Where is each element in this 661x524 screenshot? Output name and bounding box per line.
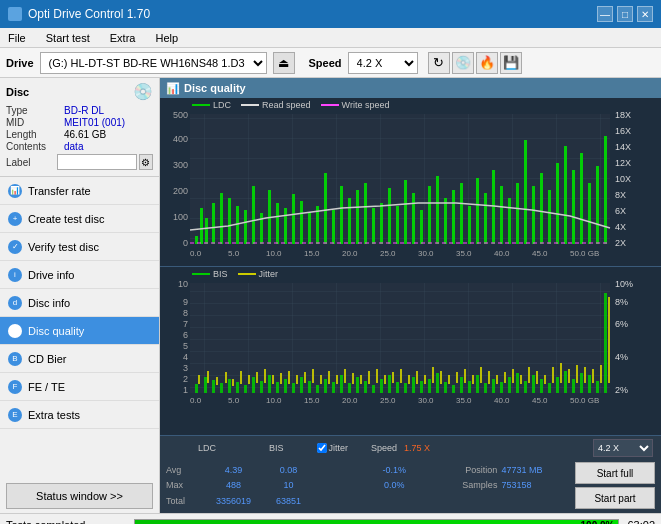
menu-help[interactable]: Help [151, 31, 182, 45]
burn-icon[interactable]: 🔥 [476, 52, 498, 74]
progress-bar [135, 520, 618, 525]
speed-mode-select[interactable]: 4.2 X [593, 439, 653, 457]
sidebar-item-disc-info[interactable]: d Disc info [0, 289, 159, 317]
svg-rect-61 [452, 190, 455, 244]
svg-text:400: 400 [173, 134, 188, 144]
sidebar-item-fe-te[interactable]: F FE / TE [0, 373, 159, 401]
svg-text:2X: 2X [615, 238, 626, 248]
sidebar-item-cd-bier[interactable]: B CD Bier [0, 345, 159, 373]
disc-mid-label: MID [6, 117, 64, 128]
svg-text:200: 200 [173, 186, 188, 196]
disc-label-input[interactable] [57, 154, 137, 170]
right-panel: 📊 Disc quality LDC Read speed [160, 78, 661, 513]
chart-icon: 📊 [166, 82, 180, 95]
svg-rect-142 [452, 385, 455, 393]
svg-rect-116 [244, 385, 247, 393]
sidebar-item-create-test-disc[interactable]: + Create test disc [0, 205, 159, 233]
svg-rect-126 [324, 379, 327, 393]
svg-rect-141 [444, 382, 447, 393]
svg-rect-213 [608, 297, 610, 383]
sidebar-item-transfer-rate[interactable]: 📊 Transfer rate [0, 177, 159, 205]
legend-read: Read speed [241, 100, 311, 110]
drive-info-label: Drive info [28, 269, 74, 281]
sidebar-item-disc-quality[interactable]: ★ Disc quality [0, 317, 159, 345]
svg-text:10: 10 [178, 279, 188, 289]
svg-rect-207 [560, 363, 562, 383]
svg-rect-151 [524, 381, 527, 393]
maximize-button[interactable]: □ [617, 6, 633, 22]
svg-rect-75 [564, 146, 567, 244]
svg-rect-162 [198, 375, 200, 384]
minimize-button[interactable]: — [597, 6, 613, 22]
eject-icon[interactable]: ⏏ [273, 52, 295, 74]
svg-rect-147 [492, 379, 495, 393]
speed-select[interactable]: 4.2 X [348, 52, 418, 74]
sidebar-item-extra-tests[interactable]: E Extra tests [0, 401, 159, 429]
jitter-checkbox[interactable] [317, 443, 327, 453]
svg-text:20.0: 20.0 [342, 249, 358, 258]
disc-length-row: Length 46.61 GB [6, 129, 153, 140]
svg-rect-60 [444, 198, 447, 244]
status-window-button[interactable]: Status window >> [6, 483, 153, 509]
svg-rect-52 [380, 203, 383, 244]
svg-rect-64 [476, 178, 479, 244]
svg-rect-205 [544, 375, 546, 384]
svg-rect-209 [576, 365, 578, 383]
svg-rect-29 [200, 208, 203, 244]
svg-rect-170 [264, 369, 266, 383]
disc-icon[interactable]: 💿 [452, 52, 474, 74]
svg-rect-148 [500, 382, 503, 393]
menu-extra[interactable]: Extra [106, 31, 140, 45]
svg-rect-131 [364, 381, 367, 393]
avg-bis-value: 0.08 [261, 462, 316, 478]
svg-rect-42 [300, 201, 303, 244]
toolbar-icons: ↻ 💿 🔥 💾 [428, 52, 522, 74]
svg-rect-77 [580, 153, 583, 244]
status-time: 63:02 [627, 519, 655, 525]
svg-rect-186 [392, 372, 394, 383]
svg-rect-173 [288, 371, 290, 384]
svg-text:35.0: 35.0 [456, 249, 472, 258]
svg-text:50.0 GB: 50.0 GB [570, 249, 599, 258]
max-jitter-value: 0.0% [376, 478, 412, 494]
legend-bis: BIS [192, 269, 228, 279]
svg-rect-158 [580, 373, 583, 393]
max-bis-value: 10 [261, 478, 316, 494]
svg-text:40.0: 40.0 [494, 249, 510, 258]
disc-mid-value: MEIT01 (001) [64, 117, 125, 128]
drive-info-icon: i [8, 268, 22, 282]
legend-ldc: LDC [192, 100, 231, 110]
sidebar-item-drive-info[interactable]: i Drive info [0, 261, 159, 289]
start-part-button[interactable]: Start part [575, 487, 655, 509]
progress-text: 100.0% [581, 519, 615, 524]
svg-text:7: 7 [183, 319, 188, 329]
drive-select[interactable]: (G:) HL-DT-ST BD-RE WH16NS48 1.D3 [40, 52, 267, 74]
chart-title: Disc quality [184, 82, 246, 94]
svg-rect-200 [504, 372, 506, 383]
svg-rect-178 [328, 371, 330, 384]
position-label: Position [412, 462, 497, 478]
legend-jitter: Jitter [238, 269, 279, 279]
close-button[interactable]: ✕ [637, 6, 653, 22]
titlebar: Opti Drive Control 1.70 — □ ✕ [0, 0, 661, 28]
disc-label-btn[interactable]: ⚙ [139, 154, 153, 170]
save-icon[interactable]: 💾 [500, 52, 522, 74]
svg-rect-187 [400, 369, 402, 383]
disc-type-row: Type BD-R DL [6, 105, 153, 116]
svg-rect-199 [496, 375, 498, 384]
nav-items: 📊 Transfer rate + Create test disc ✓ Ver… [0, 177, 159, 479]
svg-rect-159 [588, 375, 591, 393]
menu-start-test[interactable]: Start test [42, 31, 94, 45]
svg-rect-191 [432, 367, 434, 383]
disc-contents-value: data [64, 141, 83, 152]
svg-rect-176 [312, 369, 314, 383]
svg-rect-183 [368, 371, 370, 384]
sidebar-item-verify-test-disc[interactable]: ✓ Verify test disc [0, 233, 159, 261]
app-icon [8, 7, 22, 21]
disc-info-label: Disc info [28, 297, 70, 309]
start-full-button[interactable]: Start full [575, 462, 655, 484]
refresh-icon[interactable]: ↻ [428, 52, 450, 74]
menu-file[interactable]: File [4, 31, 30, 45]
cd-bier-label: CD Bier [28, 353, 67, 365]
disc-length-value: 46.61 GB [64, 129, 106, 140]
